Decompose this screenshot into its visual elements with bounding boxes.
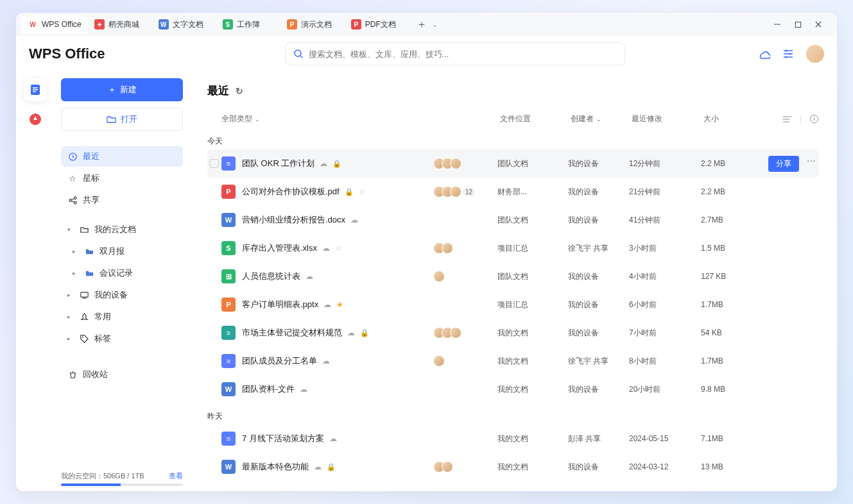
star-icon[interactable]: ☆ xyxy=(359,187,366,196)
filter-type[interactable]: 全部类型⌄ xyxy=(221,113,436,124)
file-creator: 我的设备 xyxy=(568,271,629,282)
star-icon: ☆ xyxy=(67,173,78,183)
tab-2[interactable]: W文字文档 xyxy=(152,15,216,34)
tab-icon: P xyxy=(287,19,297,29)
file-row[interactable]: ≡ 市场主体登记提交材料规范☁🔒 我的文档 我的设备 7小时前 54 KB xyxy=(207,319,819,347)
file-name: 最新版本特色功能 xyxy=(242,461,309,473)
storage-link[interactable]: 查看 xyxy=(169,471,183,481)
file-row[interactable]: W 营销小组业绩分析报告.docx☁ 团队文档 我的设备 41分钟前 2.7MB xyxy=(207,206,819,234)
file-creator: 我的设备 xyxy=(568,299,629,310)
svg-point-20 xyxy=(74,201,76,204)
list-settings-icon[interactable] xyxy=(782,114,792,124)
nav-trash[interactable]: 回收站 xyxy=(61,364,183,385)
nav-cloud[interactable]: ▾我的云文档 xyxy=(61,219,183,240)
nav-star[interactable]: ☆星标 xyxy=(61,168,183,189)
nav-share[interactable]: 共享 xyxy=(61,190,183,210)
nav-cloud-sub2[interactable]: ▸会议记录 xyxy=(61,263,183,283)
file-location: 我的文档 xyxy=(497,433,568,444)
storage-bar xyxy=(61,483,183,486)
rail-store[interactable] xyxy=(24,108,47,131)
more-button[interactable]: ⋯ xyxy=(807,156,816,172)
file-name: 公司对外合作协议模板.pdf xyxy=(242,186,340,197)
file-row[interactable]: ≡ 7 月线下活动策划方案☁ 我的文档 彭泽 共享 2024-05-15 7.1… xyxy=(207,424,819,453)
tab-5[interactable]: PPDF文档 xyxy=(345,15,409,34)
tab-3[interactable]: S工作簿 xyxy=(216,15,280,34)
tab-0[interactable]: WWPS Office xyxy=(21,15,88,34)
tab-4[interactable]: P演示文档 xyxy=(280,15,345,34)
file-creator: 我的设备 xyxy=(568,158,629,169)
nav-recent[interactable]: 最近 xyxy=(61,146,183,167)
share-button[interactable]: 分享 xyxy=(768,156,799,172)
svg-point-19 xyxy=(74,196,76,199)
trash-icon xyxy=(67,369,78,380)
nav-freq[interactable]: ▸常用 xyxy=(61,307,183,327)
left-rail xyxy=(16,72,55,491)
file-location: 我的文档 xyxy=(497,328,568,339)
nav-cloud-sub1[interactable]: ▸双月报 xyxy=(61,241,183,262)
file-location: 项目汇总 xyxy=(497,243,568,254)
file-type-icon: ≡ xyxy=(221,326,236,340)
close-button[interactable] xyxy=(814,20,823,29)
svg-rect-23 xyxy=(80,292,87,297)
file-name: 团队成员及分工名单 xyxy=(242,355,317,367)
cloud-icon: ☁ xyxy=(322,357,330,365)
col-modified[interactable]: 最近修改 xyxy=(632,113,703,124)
maximize-button[interactable] xyxy=(793,20,802,29)
col-creator[interactable]: 创建者⌄ xyxy=(571,113,632,124)
star-icon[interactable]: ★ xyxy=(336,300,343,309)
file-modified: 3小时前 xyxy=(629,243,701,254)
chevron-right-icon: ▸ xyxy=(73,270,79,276)
cloud-icon: ☁ xyxy=(329,434,337,443)
file-modified: 21分钟前 xyxy=(629,187,701,197)
file-row[interactable]: W 团队资料-文件☁ 我的文档 我的设备 20小时前 9.8 MB xyxy=(207,375,819,403)
tab-list-chevron[interactable]: ⌄ xyxy=(432,21,442,28)
settings-icon[interactable] xyxy=(782,47,795,60)
file-row[interactable]: ≡ 团队 OKR 工作计划☁🔒 团队文档 我的设备 12分钟前 2.2 MB 分… xyxy=(207,149,819,178)
checkbox[interactable] xyxy=(210,159,219,168)
open-button[interactable]: 打开 xyxy=(61,108,183,131)
new-tab-button[interactable]: ＋ xyxy=(413,17,431,32)
new-button[interactable]: ＋新建 xyxy=(61,78,183,101)
file-modified: 8小时前 xyxy=(629,356,701,367)
file-row[interactable]: ⊞ 人员信息统计表☁ 团队文档 我的设备 4小时前 127 KB xyxy=(207,262,819,290)
nav-device[interactable]: ▸我的设备 xyxy=(61,285,183,305)
file-modified: 41分钟前 xyxy=(629,215,701,226)
cloud-sync-icon[interactable] xyxy=(757,47,770,60)
file-row[interactable]: P 客户订单明细表.pptx☁★ 项目汇总 我的设备 6小时前 1.7MB xyxy=(207,290,819,319)
tab-label: 演示文档 xyxy=(301,19,332,30)
svg-point-18 xyxy=(69,199,71,201)
minimize-button[interactable] xyxy=(773,20,782,29)
column-headers: 全部类型⌄ 文件位置 创建者⌄ 最近修改 大小 | xyxy=(207,110,819,128)
col-size[interactable]: 大小 xyxy=(703,113,761,124)
search-box[interactable] xyxy=(285,42,625,65)
refresh-icon[interactable]: ↻ xyxy=(236,86,243,96)
search-icon xyxy=(293,49,304,59)
page-title: 最近 xyxy=(207,83,229,98)
device-icon xyxy=(79,290,89,300)
nav-tags[interactable]: ▸标签 xyxy=(61,328,183,349)
col-location[interactable]: 文件位置 xyxy=(500,113,571,124)
section-today: 今天 xyxy=(207,136,819,147)
file-size: 2.7MB xyxy=(701,215,759,224)
file-modified: 12分钟前 xyxy=(629,158,701,169)
file-row[interactable]: ≡ 团队成员及分工名单☁ 我的文档 徐飞宇 共享 8小时前 1.7MB xyxy=(207,347,819,375)
collaborator-avatars xyxy=(433,242,497,254)
svg-point-9 xyxy=(786,50,788,52)
file-name: 营销小组业绩分析报告.docx xyxy=(242,214,345,226)
svg-line-21 xyxy=(71,198,74,199)
star-icon[interactable]: ☆ xyxy=(335,244,342,253)
file-row[interactable]: P 公司对外合作协议模板.pdf🔒☆ 12 财务部... 我的设备 21分钟前 … xyxy=(207,178,819,206)
lock-icon: 🔒 xyxy=(360,329,369,337)
file-creator: 我的设备 xyxy=(568,187,629,197)
file-row[interactable]: W 最新版本特色功能☁🔒 我的文档 我的设备 2024-03-12 13 MB xyxy=(207,453,819,481)
tab-1[interactable]: ✦稻壳商城 xyxy=(88,15,152,34)
search-input[interactable] xyxy=(309,49,617,59)
rail-docs[interactable] xyxy=(24,78,47,101)
user-avatar[interactable] xyxy=(806,45,824,63)
info-icon[interactable] xyxy=(809,114,819,124)
app-logo: WPS Office xyxy=(29,46,105,62)
file-row[interactable]: S 库存出入管理表.xlsx☁☆ 项目汇总 徐飞宇 共享 3小时前 1.5 MB xyxy=(207,234,819,262)
svg-point-11 xyxy=(786,56,788,58)
tab-icon: W xyxy=(28,19,38,29)
tab-label: WPS Office xyxy=(42,20,82,29)
